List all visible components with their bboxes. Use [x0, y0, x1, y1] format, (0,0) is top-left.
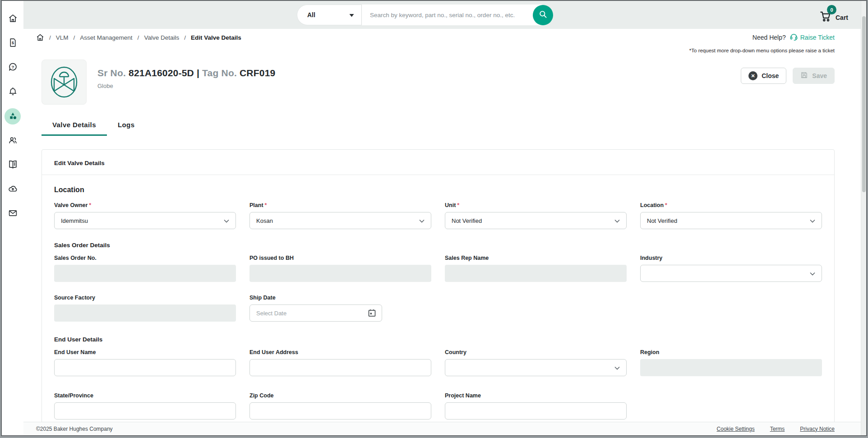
privacy-notice-link[interactable]: Privacy Notice	[800, 426, 835, 432]
need-help-label: Need Help?	[753, 34, 786, 41]
unit-select[interactable]: Not Verified	[445, 212, 627, 229]
search-category-value: All	[307, 11, 315, 18]
sidebar: $ ?	[2, 1, 23, 435]
end-user-name-field: End User Name	[54, 349, 236, 376]
title-separator: |	[197, 68, 199, 78]
search-category-select[interactable]: All	[297, 5, 362, 25]
dropdown-options-note: *To request more drop-down menu options …	[23, 48, 861, 53]
source-factory-field: Source Factory	[54, 295, 236, 322]
divider	[42, 175, 834, 175]
breadcrumb-separator: /	[184, 34, 186, 41]
location-select[interactable]: Not Verified	[640, 212, 822, 229]
headset-icon	[790, 32, 798, 42]
region-field: Region	[640, 349, 822, 376]
sidebar-item-notifications[interactable]	[5, 84, 21, 100]
save-button-label: Save	[812, 72, 827, 79]
close-button[interactable]: ✕ Close	[741, 68, 786, 84]
breadcrumb-separator: /	[138, 34, 139, 41]
mail-icon	[8, 208, 18, 220]
scrollbar-thumb[interactable]	[862, 16, 866, 192]
location-section-heading: Location	[54, 186, 822, 194]
sales-order-no-input	[54, 265, 236, 282]
chevron-down-icon	[349, 11, 354, 18]
bell-icon	[8, 87, 18, 98]
breadcrumb-item-asset-management[interactable]: Asset Management	[80, 34, 132, 41]
sales-rep-field: Sales Rep Name	[445, 255, 627, 282]
sales-rep-input	[445, 265, 627, 282]
ship-date-input[interactable]	[249, 304, 382, 322]
breadcrumb-item-edit-valve-details: Edit Valve Details	[191, 34, 241, 41]
ship-date-label: Ship Date	[249, 295, 431, 301]
vertical-scrollbar[interactable]	[861, 1, 866, 435]
raise-ticket-link[interactable]: Raise Ticket	[790, 32, 835, 42]
tab-bar: Valve Details Logs	[42, 115, 835, 136]
plant-label: Plant*	[249, 202, 431, 208]
state-province-input[interactable]	[54, 402, 236, 420]
tab-logs[interactable]: Logs	[107, 115, 145, 136]
location-label: Location*	[640, 202, 822, 208]
plant-field: Plant* Kosan	[249, 202, 431, 229]
chevron-down-icon	[419, 217, 425, 224]
zip-code-label: Zip Code	[249, 392, 431, 399]
search-button[interactable]	[533, 5, 553, 25]
save-button[interactable]: Save	[793, 68, 835, 84]
plant-select[interactable]: Kosan	[249, 212, 431, 229]
sidebar-item-users[interactable]	[5, 133, 21, 149]
breadcrumb-separator: /	[49, 34, 51, 41]
country-select[interactable]	[445, 359, 627, 376]
sidebar-item-invoices[interactable]: $	[5, 35, 21, 51]
required-marker: *	[457, 202, 459, 208]
search-input[interactable]	[362, 5, 542, 25]
sidebar-item-home[interactable]	[5, 11, 21, 27]
end-user-address-label: End User Address	[249, 349, 431, 355]
breadcrumb-item-vlm[interactable]: VLM	[56, 34, 69, 41]
state-province-field: State/Province	[54, 392, 236, 420]
country-field: Country	[445, 349, 627, 376]
sr-no-value: 821A16020-5D	[129, 68, 194, 78]
valve-owner-label: Valve Owner*	[54, 202, 236, 208]
sidebar-item-upload[interactable]	[5, 181, 21, 198]
cookie-settings-link[interactable]: Cookie Settings	[717, 426, 755, 432]
zip-code-input[interactable]	[249, 402, 431, 420]
end-user-name-label: End User Name	[54, 349, 236, 355]
unit-label: Unit*	[445, 202, 627, 208]
required-marker: *	[665, 202, 667, 208]
required-marker: *	[89, 202, 91, 208]
sales-order-no-label: Sales Order No.	[54, 255, 236, 261]
valve-type-label: Globe	[97, 83, 275, 89]
close-button-label: Close	[762, 72, 779, 79]
end-user-address-input[interactable]	[249, 359, 431, 376]
end-user-name-input[interactable]	[54, 359, 236, 376]
chevron-down-icon	[810, 270, 815, 277]
tab-valve-details[interactable]: Valve Details	[42, 115, 107, 136]
close-icon: ✕	[748, 71, 757, 80]
edit-valve-details-card: Edit Valve Details Location Valve Owner*…	[42, 149, 835, 435]
valve-owner-select[interactable]: Idemmitsu	[54, 212, 236, 229]
sidebar-item-mail[interactable]	[5, 206, 21, 222]
chevron-down-icon	[614, 217, 620, 224]
book-icon	[8, 160, 18, 171]
sidebar-item-catalog[interactable]	[5, 157, 21, 173]
help-icon: ?	[8, 62, 18, 74]
chevron-down-icon	[614, 364, 620, 371]
industry-select[interactable]	[640, 265, 822, 282]
global-search: All	[297, 5, 553, 25]
terms-link[interactable]: Terms	[770, 426, 785, 432]
raise-ticket-label: Raise Ticket	[800, 34, 835, 41]
cart-button[interactable]: 0 Cart	[819, 7, 848, 22]
po-issued-input	[249, 265, 431, 282]
sidebar-item-help[interactable]: ?	[5, 60, 21, 76]
cart-count-badge: 0	[827, 5, 836, 14]
tag-no-value: CRF019	[240, 68, 275, 78]
breadcrumb-home-icon[interactable]	[36, 33, 44, 41]
source-factory-input	[54, 304, 236, 322]
sidebar-item-asset-management[interactable]	[5, 108, 21, 124]
footer: ©2025 Baker Hughes Company Cookie Settin…	[23, 422, 861, 435]
cart-label: Cart	[836, 14, 848, 22]
industry-field: Industry	[640, 255, 822, 282]
country-label: Country	[445, 349, 627, 355]
project-name-input[interactable]	[445, 402, 627, 420]
breadcrumb-item-valve-details[interactable]: Valve Details	[144, 34, 179, 41]
source-factory-label: Source Factory	[54, 295, 236, 301]
sales-rep-label: Sales Rep Name	[445, 255, 627, 261]
